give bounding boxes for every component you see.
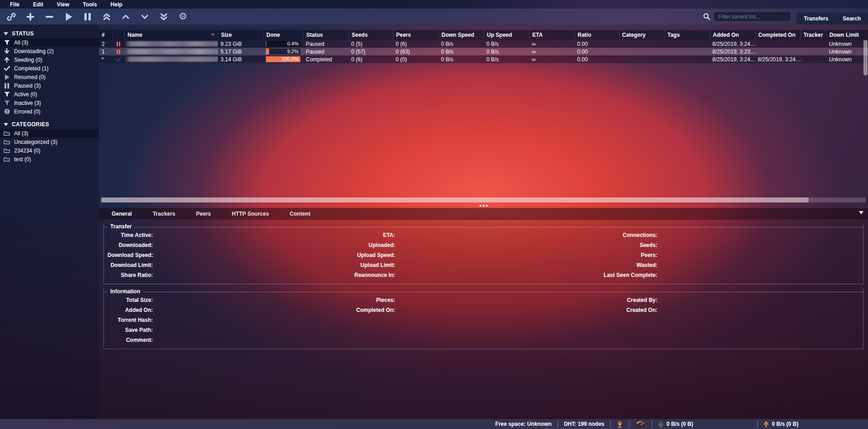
sidebar-item-completed[interactable]: Completed (1) bbox=[0, 64, 99, 73]
move-top-icon[interactable] bbox=[100, 11, 113, 23]
label-empty bbox=[600, 325, 657, 335]
pane-splitter-handle[interactable] bbox=[99, 203, 868, 208]
chevron-down-icon[interactable] bbox=[859, 211, 863, 214]
col-completed-on[interactable]: Completed On bbox=[755, 30, 800, 40]
tab-content[interactable]: Content bbox=[284, 208, 317, 219]
col-down-speed[interactable]: Down Speed bbox=[438, 30, 484, 40]
menu-help[interactable]: Help bbox=[104, 0, 129, 9]
col-status[interactable]: Status bbox=[303, 30, 348, 40]
col-done[interactable]: Done bbox=[263, 30, 303, 40]
table-row[interactable]: 2 9.23 GiB 0.4% Paused 0 (5) 0 (6) 0 B/s… bbox=[99, 40, 868, 48]
toolbar: ⚙ Transfers Search bbox=[0, 9, 868, 25]
pause-icon[interactable] bbox=[81, 11, 94, 23]
col-eta[interactable]: ETA bbox=[529, 30, 574, 40]
tab-search[interactable]: Search bbox=[840, 14, 863, 24]
connection-plug-icon[interactable] bbox=[617, 421, 623, 428]
sidebar-item-paused[interactable]: Paused (3) bbox=[0, 81, 99, 90]
col-tracker[interactable]: Tracker bbox=[800, 30, 826, 40]
col-seeds[interactable]: Seeds bbox=[348, 30, 393, 40]
tab-trackers[interactable]: Trackers bbox=[147, 208, 181, 219]
label-added-on: Added On: bbox=[108, 305, 153, 315]
menu-edit[interactable]: Edit bbox=[27, 0, 50, 9]
label-upload-limit: Upload Limit: bbox=[352, 260, 395, 270]
label-pieces: Pieces: bbox=[352, 295, 395, 305]
label-created-by: Created By: bbox=[600, 295, 657, 305]
status-section-header[interactable]: STATUS bbox=[0, 29, 99, 38]
menu-view[interactable]: View bbox=[50, 0, 75, 9]
detail-pane: General Trackers Peers HTTP Sources Cont… bbox=[99, 208, 868, 419]
value-downloaded bbox=[153, 240, 352, 250]
value-connections bbox=[657, 230, 859, 240]
sidebar-item-label: Uncategorized (3) bbox=[14, 139, 57, 145]
sidebar-category-all[interactable]: All (3) bbox=[0, 129, 99, 138]
add-torrent-icon[interactable] bbox=[24, 11, 37, 23]
label-peers: Peers: bbox=[600, 250, 657, 260]
global-download-speed[interactable]: 0 B/s (0 B) bbox=[667, 421, 693, 427]
col-down-limit[interactable]: Down Limit bbox=[826, 30, 868, 40]
arrow-down-icon bbox=[4, 48, 10, 54]
sidebar-item-seeding[interactable]: Seeding (0) bbox=[0, 55, 99, 64]
col-added-on[interactable]: Added On bbox=[710, 30, 755, 40]
tab-general[interactable]: General bbox=[105, 208, 138, 219]
sidebar-item-label: Completed (1) bbox=[14, 65, 49, 72]
move-up-icon[interactable] bbox=[119, 11, 132, 23]
col-ratio[interactable]: Ratio bbox=[574, 30, 619, 40]
sidebar-category-uncategorized[interactable]: Uncategorized (3) bbox=[0, 138, 99, 146]
menu-bar: File Edit View Tools Help bbox=[0, 0, 868, 9]
col-category[interactable]: Category bbox=[619, 30, 664, 40]
torrent-name bbox=[124, 41, 218, 47]
filter-torrent-input[interactable] bbox=[714, 12, 790, 21]
sidebar-item-errored[interactable]: Errored (0) bbox=[0, 107, 99, 116]
sidebar-item-resumed[interactable]: Resumed (0) bbox=[0, 73, 99, 81]
torrent-number: 1 bbox=[99, 49, 113, 55]
scrollbar-thumb[interactable] bbox=[101, 197, 809, 202]
label-empty bbox=[352, 325, 395, 335]
sidebar-item-label: Paused (3) bbox=[14, 83, 41, 89]
value-wasted bbox=[657, 260, 859, 270]
sidebar-item-all[interactable]: All (3) bbox=[0, 38, 99, 47]
torrent-status: Completed bbox=[303, 56, 348, 63]
sidebar-item-active[interactable]: Active (0) bbox=[0, 90, 99, 99]
col-name[interactable]: Name bbox=[124, 30, 218, 40]
col-state-icon[interactable] bbox=[113, 30, 124, 40]
categories-section-header[interactable]: CATEGORIES bbox=[0, 120, 99, 129]
alt-speed-gauge-icon[interactable] bbox=[635, 420, 646, 428]
menu-tools[interactable]: Tools bbox=[76, 0, 103, 9]
sidebar-category-test[interactable]: test (0) bbox=[0, 155, 99, 163]
sidebar-item-downloading[interactable]: Downloading (2) bbox=[0, 47, 99, 55]
tab-transfers[interactable]: Transfers bbox=[801, 14, 831, 24]
table-row[interactable]: 1 5.17 GiB 9.2% Paused 0 (57) 0 (63) 0 B… bbox=[99, 48, 868, 55]
global-upload-speed[interactable]: 0 B/s (0 B) bbox=[772, 421, 799, 427]
delete-torrent-icon[interactable] bbox=[43, 11, 56, 23]
dht-nodes-label[interactable]: DHT: 199 nodes bbox=[564, 421, 604, 427]
menu-file[interactable]: File bbox=[4, 0, 26, 9]
move-bottom-icon[interactable] bbox=[157, 11, 171, 23]
settings-gear-icon[interactable]: ⚙ bbox=[176, 11, 190, 23]
resume-icon[interactable] bbox=[62, 11, 75, 23]
col-tags[interactable]: Tags bbox=[664, 30, 710, 40]
sidebar-item-inactive[interactable]: Inactive (3) bbox=[0, 99, 99, 107]
label-seeds: Seeds: bbox=[600, 240, 657, 250]
value-torrent-hash bbox=[153, 315, 352, 325]
torrent-peers: 0 (63) bbox=[393, 49, 438, 55]
link-icon[interactable] bbox=[5, 11, 18, 23]
vertical-scrollbar[interactable] bbox=[863, 40, 868, 75]
col-peers[interactable]: Peers bbox=[393, 30, 438, 40]
col-size[interactable]: Size bbox=[218, 30, 263, 40]
horizontal-scrollbar[interactable] bbox=[101, 197, 866, 202]
col-name-label: Name bbox=[128, 32, 142, 38]
error-circle-icon bbox=[4, 108, 10, 114]
label-uploaded: Uploaded: bbox=[352, 240, 395, 250]
sidebar-category-234234[interactable]: 234234 (0) bbox=[0, 146, 99, 155]
col-up-speed[interactable]: Up Speed bbox=[484, 30, 529, 40]
table-row[interactable]: * 3.14 GiB 100.0% Completed 0 (6) 0 (0) … bbox=[99, 55, 868, 63]
col-number[interactable]: # bbox=[99, 30, 113, 40]
torrent-added-on: 8/25/2019, 3:24… bbox=[710, 41, 755, 47]
move-down-icon[interactable] bbox=[138, 11, 152, 23]
categories-section-title: CATEGORIES bbox=[12, 121, 49, 128]
tab-http-sources[interactable]: HTTP Sources bbox=[226, 208, 275, 219]
torrent-name-redacted bbox=[127, 49, 218, 54]
tab-peers[interactable]: Peers bbox=[190, 208, 217, 219]
label-comment: Comment: bbox=[108, 335, 153, 345]
torrent-down-speed: 0 B/s bbox=[438, 49, 484, 55]
